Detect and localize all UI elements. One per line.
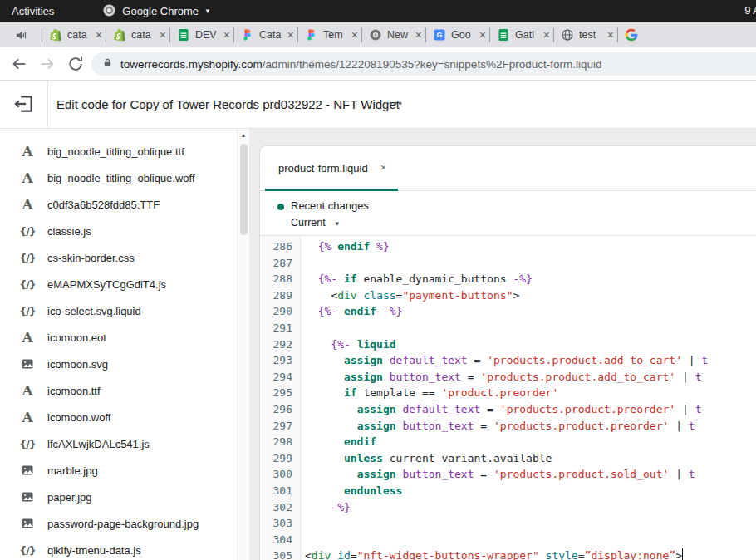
code-line[interactable]: {% endif %} [305, 238, 756, 255]
tab-close-icon[interactable]: × [160, 28, 169, 42]
code-editor[interactable]: 2862872882892902912922932942952962972982… [260, 236, 756, 560]
file-item[interactable]: Aicomoon.ttf [0, 377, 237, 404]
code-file-icon: {/} [17, 278, 37, 291]
browser-tab-label: cata [131, 29, 157, 41]
browser-tab[interactable]: DEV× [169, 22, 233, 47]
file-item[interactable]: Abig_noodle_titling_oblique.woff [0, 165, 237, 191]
url-bar[interactable]: towerrecords.myshopify.com/admin/themes/… [91, 52, 756, 76]
code-line[interactable]: unless current_variant.available [305, 450, 756, 467]
file-name: icomoon.ttf [47, 385, 101, 397]
file-item[interactable]: {/}cs-skin-border.css [0, 244, 237, 271]
tab-close-icon[interactable]: × [380, 146, 386, 191]
file-item[interactable]: {/}eMAPMXSyTCgGdiT4.js [0, 271, 237, 297]
file-name: big_noodle_titling_oblique.ttf [47, 145, 184, 158]
code-line[interactable]: if template == 'product.preorder' [305, 385, 756, 401]
code-line[interactable]: -%} [305, 499, 756, 516]
font-file-icon: A [17, 171, 37, 185]
file-item[interactable]: password-page-background.jpg [0, 510, 237, 537]
font-file-icon: A [17, 384, 37, 398]
code-line[interactable] [305, 515, 756, 532]
file-item[interactable]: {/}classie.js [0, 218, 237, 244]
file-name: lfcAXLwjkDALc541.js [47, 438, 150, 450]
code-line[interactable]: {%- if enable_dynamic_buttons -%} [305, 271, 756, 287]
version-dropdown[interactable]: Current▼ [291, 217, 341, 228]
line-number: 301 [260, 483, 300, 499]
chevron-down-icon: ▼ [204, 7, 211, 15]
browser-tab-label: Gati [515, 29, 541, 41]
code-line[interactable] [305, 320, 756, 336]
code-line[interactable]: assign button_text = 'products.product.p… [305, 418, 756, 435]
forward-button[interactable] [38, 55, 56, 73]
activities-button[interactable]: Activities [0, 5, 54, 17]
lock-icon[interactable] [102, 56, 113, 71]
line-number: 302 [260, 499, 300, 516]
scrollbar-thumb[interactable] [240, 144, 248, 235]
browser-tab[interactable]: test× [553, 22, 617, 47]
tab-close-icon[interactable]: × [287, 28, 297, 42]
browser-tab[interactable] [617, 22, 681, 47]
file-item[interactable]: Aicomoon.eot [0, 324, 237, 351]
google-favicon-icon [625, 28, 638, 42]
browser-tab-label: Tem [323, 29, 349, 41]
browser-tab[interactable]: Cata× [233, 22, 297, 47]
code-line[interactable]: {%- endif -%} [305, 303, 756, 320]
browser-tab[interactable]: GGoo× [425, 22, 489, 47]
tab-close-icon[interactable]: × [96, 28, 106, 42]
code-line[interactable]: <div class="payment-buttons"> [305, 287, 756, 304]
file-name: ico-select.svg.liquid [47, 305, 141, 317]
editor-file-tab[interactable]: product-form.liquid × [265, 146, 398, 191]
more-options-button[interactable]: ••• [389, 81, 403, 129]
code-line[interactable]: {%- liquid [305, 336, 756, 353]
file-item[interactable]: {/}qikify-tmenu-data.js [0, 537, 237, 560]
browser-tab-label: Goo [451, 29, 477, 41]
tab-close-icon[interactable]: × [543, 28, 553, 42]
file-item[interactable]: paper.jpg [0, 484, 237, 510]
code-line[interactable]: assign default_text = 'products.product.… [305, 352, 756, 369]
file-item[interactable]: {/}lfcAXLwjkDALc541.js [0, 430, 237, 457]
reload-button[interactable] [66, 55, 85, 73]
app-menu[interactable]: Google Chrome ▼ [102, 3, 211, 20]
file-item[interactable]: {/}ico-select.svg.liquid [0, 297, 237, 324]
image-file-icon [17, 464, 37, 477]
code-file-icon: {/} [17, 438, 37, 450]
line-number: 295 [260, 385, 300, 401]
code-line[interactable]: assign button_text = 'products.product.s… [305, 466, 756, 483]
editor-background: product-form.liquid × Recent changes Cur… [249, 129, 756, 560]
tab-close-icon[interactable]: × [607, 28, 617, 42]
tab-close-icon[interactable]: × [479, 28, 489, 42]
file-item[interactable]: Abig_noodle_titling_oblique.ttf [0, 138, 237, 165]
back-button[interactable] [10, 55, 28, 73]
file-name: classie.js [47, 225, 91, 238]
browser-tab[interactable]: Gati× [489, 22, 553, 47]
figma-favicon-icon [305, 28, 318, 42]
browser-tab[interactable]: cata× [42, 22, 106, 47]
tab-close-icon[interactable]: × [415, 28, 425, 42]
code-lines[interactable]: {% endif %} {%- if enable_dynamic_button… [302, 236, 756, 560]
tab-separator [617, 27, 618, 42]
translate-favicon-icon: G [433, 28, 446, 42]
tab-separator [425, 27, 426, 42]
file-item[interactable]: Aicomoon.woff [0, 404, 237, 430]
code-line[interactable]: assign button_text = 'products.product.a… [305, 369, 756, 386]
font-file-icon: A [17, 198, 37, 212]
browser-tab[interactable]: New× [361, 22, 425, 47]
file-name: c0df3a6b528fdd85.TTF [47, 199, 160, 211]
scroll-up-arrow-icon[interactable]: ▲ [238, 132, 249, 138]
code-line[interactable]: endunless [305, 483, 756, 499]
browser-tab-label: Cata [259, 29, 285, 41]
code-line[interactable]: assign default_text = 'products.product.… [305, 401, 756, 418]
code-line[interactable]: endif [305, 434, 756, 450]
tab-close-icon[interactable]: × [223, 28, 233, 42]
sidebar-scrollbar[interactable]: ▲ [237, 129, 249, 560]
tab-close-icon[interactable]: × [351, 28, 361, 42]
exit-code-editor-button[interactable] [13, 93, 37, 116]
file-item[interactable]: marble.jpg [0, 457, 237, 484]
browser-tab[interactable]: Tem× [297, 22, 361, 47]
code-file-icon: {/} [17, 305, 37, 317]
file-item[interactable]: icomoon.svg [0, 351, 237, 377]
file-item[interactable]: Ac0df3a6b528fdd85.TTF [0, 191, 237, 218]
code-line[interactable] [305, 255, 756, 272]
code-line[interactable]: <div id="nft-widget-buttons-wrapper" sty… [305, 548, 756, 560]
browser-tab[interactable]: cata× [106, 22, 169, 47]
code-line[interactable] [305, 532, 756, 548]
